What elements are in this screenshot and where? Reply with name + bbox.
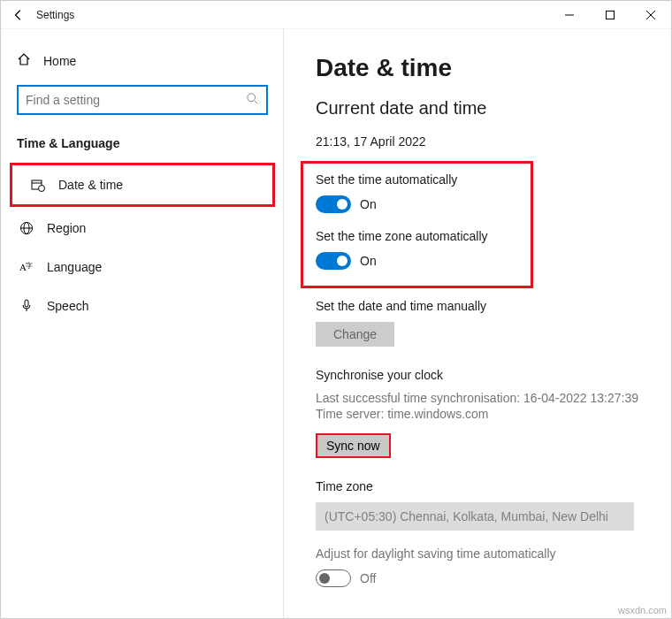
- sidebar-item-label: Language: [47, 260, 102, 274]
- watermark: wsxdn.com: [618, 605, 667, 615]
- highlight-auto-settings: Set the time automatically On Set the ti…: [301, 161, 533, 288]
- search-icon: [247, 93, 259, 108]
- label-dst: Adjust for daylight saving time automati…: [316, 546, 639, 561]
- svg-text:字: 字: [26, 262, 33, 270]
- minimize-button[interactable]: [549, 1, 590, 29]
- svg-rect-14: [25, 300, 28, 307]
- close-button[interactable]: [630, 1, 671, 29]
- toggle-dst: [316, 569, 351, 587]
- current-datetime: 21:13, 17 April 2022: [316, 134, 639, 149]
- toggle-dst-state: Off: [360, 571, 376, 585]
- sidebar-item-label: Speech: [47, 299, 88, 313]
- sidebar-item-label: Date & time: [58, 178, 123, 192]
- sidebar-item-speech[interactable]: Speech: [1, 287, 284, 325]
- language-icon: A字: [19, 260, 34, 274]
- timezone-select: (UTC+05:30) Chennai, Kolkata, Mumbai, Ne…: [316, 502, 634, 531]
- toggle-auto-timezone[interactable]: [316, 252, 351, 270]
- content-pane: Date & time Current date and time 21:13,…: [284, 29, 671, 618]
- sync-last: Last successful time synchronisation: 16…: [316, 391, 639, 405]
- search-input[interactable]: [19, 88, 266, 112]
- maximize-button[interactable]: [590, 1, 630, 29]
- globe-icon: [19, 221, 34, 235]
- svg-line-5: [255, 101, 258, 104]
- page-title: Date & time: [316, 54, 639, 82]
- microphone-icon: [19, 299, 34, 313]
- toggle-auto-timezone-state: On: [360, 254, 377, 268]
- search-field[interactable]: [17, 85, 268, 115]
- sidebar-home[interactable]: Home: [1, 45, 284, 76]
- toggle-auto-time-state: On: [360, 197, 377, 211]
- titlebar: Settings: [1, 1, 671, 29]
- svg-point-8: [39, 186, 45, 192]
- sync-server: Time server: time.windows.com: [316, 407, 639, 421]
- section-timezone: Time zone: [316, 479, 639, 493]
- label-auto-time: Set the time automatically: [316, 172, 518, 187]
- toggle-auto-time[interactable]: [316, 195, 351, 213]
- sidebar-item-region[interactable]: Region: [1, 209, 284, 248]
- sidebar-divider: [283, 29, 284, 618]
- change-button: Change: [316, 322, 394, 347]
- svg-point-4: [248, 94, 256, 102]
- back-button[interactable]: [1, 1, 36, 29]
- label-manual-datetime: Set the date and time manually: [316, 299, 639, 313]
- sidebar-home-label: Home: [43, 54, 76, 68]
- sync-now-button[interactable]: Sync now: [316, 433, 391, 458]
- home-icon: [17, 52, 31, 69]
- calendar-clock-icon: [30, 178, 46, 192]
- sidebar-item-language[interactable]: A字 Language: [1, 248, 284, 287]
- sidebar-item-label: Region: [47, 221, 86, 235]
- sidebar-item-date-time[interactable]: Date & time: [12, 165, 272, 204]
- label-auto-timezone: Set the time zone automatically: [316, 229, 518, 243]
- svg-rect-1: [607, 11, 615, 19]
- section-sync: Synchronise your clock: [316, 368, 639, 382]
- sidebar: Home Time & Language Date & time Region …: [1, 29, 284, 618]
- window-title: Settings: [36, 9, 74, 21]
- sidebar-category: Time & Language: [1, 133, 284, 161]
- section-current-time: Current date and time: [316, 98, 639, 118]
